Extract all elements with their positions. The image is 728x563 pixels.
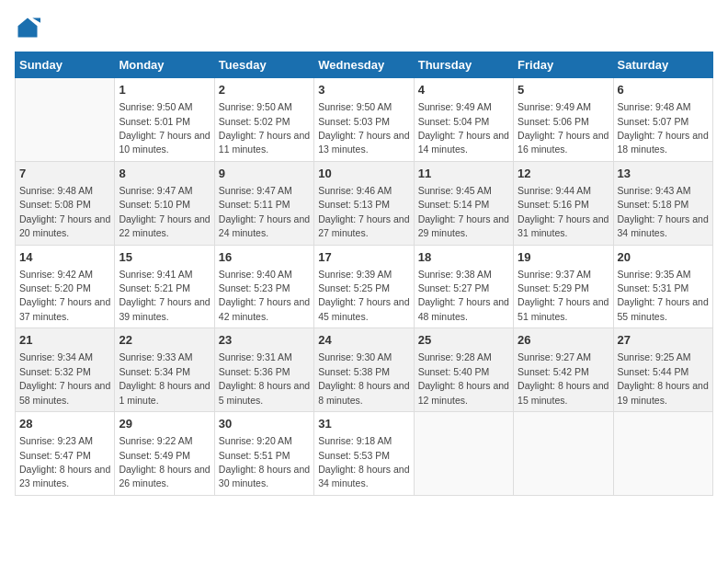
sunset-text: Sunset: 5:44 PM xyxy=(618,366,689,377)
sunset-text: Sunset: 5:31 PM xyxy=(618,282,689,293)
daylight-text: Daylight: 7 hours and 13 minutes. xyxy=(318,130,409,155)
daylight-text: Daylight: 7 hours and 34 minutes. xyxy=(618,213,709,238)
daylight-text: Daylight: 7 hours and 29 minutes. xyxy=(418,213,509,238)
daylight-text: Daylight: 7 hours and 27 minutes. xyxy=(318,213,409,238)
sunset-text: Sunset: 5:23 PM xyxy=(219,282,290,293)
calendar-table: SundayMondayTuesdayWednesdayThursdayFrid… xyxy=(15,52,713,496)
calendar-cell: 4 Sunrise: 9:49 AM Sunset: 5:04 PM Dayli… xyxy=(414,78,513,162)
sunset-text: Sunset: 5:34 PM xyxy=(119,366,190,377)
day-number: 13 xyxy=(618,166,709,182)
calendar-cell: 14 Sunrise: 9:42 AM Sunset: 5:20 PM Dayl… xyxy=(16,245,115,328)
daylight-text: Daylight: 7 hours and 37 minutes. xyxy=(19,296,110,321)
daylight-text: Daylight: 8 hours and 23 minutes. xyxy=(19,464,110,488)
sunrise-text: Sunrise: 9:48 AM xyxy=(618,101,691,112)
day-number: 23 xyxy=(219,332,310,349)
sunrise-text: Sunrise: 9:47 AM xyxy=(119,185,192,196)
daylight-text: Daylight: 8 hours and 5 minutes. xyxy=(219,380,310,405)
svg-marker-1 xyxy=(32,18,40,23)
daylight-text: Daylight: 8 hours and 19 minutes. xyxy=(618,380,709,405)
calendar-cell: 15 Sunrise: 9:41 AM Sunset: 5:21 PM Dayl… xyxy=(115,245,214,328)
day-number: 26 xyxy=(518,332,609,349)
column-header-sunday: Sunday xyxy=(16,52,115,78)
daylight-text: Daylight: 7 hours and 55 minutes. xyxy=(618,296,709,321)
day-number: 25 xyxy=(418,332,509,349)
week-row-5: 28 Sunrise: 9:23 AM Sunset: 5:47 PM Dayl… xyxy=(16,412,713,496)
sunrise-text: Sunrise: 9:37 AM xyxy=(518,269,591,280)
calendar-cell: 27 Sunrise: 9:25 AM Sunset: 5:44 PM Dayl… xyxy=(613,328,712,412)
sunrise-text: Sunrise: 9:28 AM xyxy=(418,351,492,362)
sunset-text: Sunset: 5:07 PM xyxy=(618,116,689,127)
day-number: 22 xyxy=(119,332,210,349)
sunset-text: Sunset: 5:38 PM xyxy=(318,366,390,377)
sunset-text: Sunset: 5:29 PM xyxy=(518,282,589,293)
calendar-cell xyxy=(16,78,115,162)
sunset-text: Sunset: 5:53 PM xyxy=(318,450,390,461)
calendar-cell: 28 Sunrise: 9:23 AM Sunset: 5:47 PM Dayl… xyxy=(16,412,115,496)
sunrise-text: Sunrise: 9:18 AM xyxy=(318,435,392,446)
sunset-text: Sunset: 5:06 PM xyxy=(518,116,589,127)
header xyxy=(15,15,713,40)
calendar-cell: 9 Sunrise: 9:47 AM Sunset: 5:11 PM Dayli… xyxy=(214,161,313,245)
sunrise-text: Sunrise: 9:50 AM xyxy=(119,101,192,112)
calendar-cell: 7 Sunrise: 9:48 AM Sunset: 5:08 PM Dayli… xyxy=(16,161,115,245)
column-header-thursday: Thursday xyxy=(414,52,513,78)
calendar-cell: 2 Sunrise: 9:50 AM Sunset: 5:02 PM Dayli… xyxy=(214,78,313,162)
week-row-4: 21 Sunrise: 9:34 AM Sunset: 5:32 PM Dayl… xyxy=(16,328,713,412)
day-number: 28 xyxy=(19,416,110,432)
sunrise-text: Sunrise: 9:31 AM xyxy=(219,351,292,362)
daylight-text: Daylight: 8 hours and 8 minutes. xyxy=(318,380,409,405)
calendar-cell: 16 Sunrise: 9:40 AM Sunset: 5:23 PM Dayl… xyxy=(214,245,313,328)
week-row-1: 1 Sunrise: 9:50 AM Sunset: 5:01 PM Dayli… xyxy=(16,78,713,162)
daylight-text: Daylight: 8 hours and 15 minutes. xyxy=(518,380,609,405)
day-number: 11 xyxy=(418,166,509,182)
calendar-cell: 30 Sunrise: 9:20 AM Sunset: 5:51 PM Dayl… xyxy=(214,412,313,496)
calendar-cell xyxy=(514,412,613,496)
logo-icon xyxy=(15,15,40,40)
daylight-text: Daylight: 7 hours and 18 minutes. xyxy=(618,130,709,155)
calendar-cell: 23 Sunrise: 9:31 AM Sunset: 5:36 PM Dayl… xyxy=(214,328,313,412)
sunset-text: Sunset: 5:16 PM xyxy=(518,199,589,210)
day-number: 8 xyxy=(119,166,210,182)
column-header-wednesday: Wednesday xyxy=(314,52,414,78)
sunset-text: Sunset: 5:21 PM xyxy=(119,282,190,293)
sunset-text: Sunset: 5:32 PM xyxy=(19,366,91,377)
calendar-cell: 22 Sunrise: 9:33 AM Sunset: 5:34 PM Dayl… xyxy=(115,328,214,412)
sunrise-text: Sunrise: 9:35 AM xyxy=(618,269,691,280)
sunrise-text: Sunrise: 9:33 AM xyxy=(119,351,192,362)
calendar-cell: 12 Sunrise: 9:44 AM Sunset: 5:16 PM Dayl… xyxy=(514,161,613,245)
sunset-text: Sunset: 5:51 PM xyxy=(219,450,290,461)
sunset-text: Sunset: 5:04 PM xyxy=(418,116,490,127)
day-number: 2 xyxy=(219,82,310,98)
sunset-text: Sunset: 5:18 PM xyxy=(618,199,689,210)
day-number: 29 xyxy=(119,416,210,432)
sunset-text: Sunset: 5:27 PM xyxy=(418,282,490,293)
day-number: 31 xyxy=(318,416,409,432)
svg-marker-0 xyxy=(18,18,38,38)
day-number: 21 xyxy=(19,332,110,349)
calendar-cell: 1 Sunrise: 9:50 AM Sunset: 5:01 PM Dayli… xyxy=(115,78,214,162)
day-number: 14 xyxy=(19,249,110,266)
sunrise-text: Sunrise: 9:45 AM xyxy=(418,185,492,196)
sunrise-text: Sunrise: 9:47 AM xyxy=(219,185,292,196)
daylight-text: Daylight: 7 hours and 51 minutes. xyxy=(518,296,609,321)
calendar-cell: 20 Sunrise: 9:35 AM Sunset: 5:31 PM Dayl… xyxy=(613,245,712,328)
sunrise-text: Sunrise: 9:44 AM xyxy=(518,185,591,196)
sunset-text: Sunset: 5:02 PM xyxy=(219,116,290,127)
day-number: 12 xyxy=(518,166,609,182)
sunrise-text: Sunrise: 9:39 AM xyxy=(318,269,392,280)
sunrise-text: Sunrise: 9:49 AM xyxy=(418,101,492,112)
sunset-text: Sunset: 5:11 PM xyxy=(219,199,290,210)
calendar-cell xyxy=(414,412,513,496)
sunset-text: Sunset: 5:03 PM xyxy=(318,116,390,127)
calendar-cell: 11 Sunrise: 9:45 AM Sunset: 5:14 PM Dayl… xyxy=(414,161,513,245)
day-number: 15 xyxy=(119,249,210,266)
day-number: 30 xyxy=(219,416,310,432)
daylight-text: Daylight: 8 hours and 26 minutes. xyxy=(119,464,210,488)
day-number: 3 xyxy=(318,82,409,98)
daylight-text: Daylight: 7 hours and 31 minutes. xyxy=(518,213,609,238)
sunset-text: Sunset: 5:10 PM xyxy=(119,199,190,210)
sunrise-text: Sunrise: 9:49 AM xyxy=(518,101,591,112)
sunrise-text: Sunrise: 9:50 AM xyxy=(219,101,292,112)
week-row-3: 14 Sunrise: 9:42 AM Sunset: 5:20 PM Dayl… xyxy=(16,245,713,328)
sunrise-text: Sunrise: 9:22 AM xyxy=(119,435,192,446)
